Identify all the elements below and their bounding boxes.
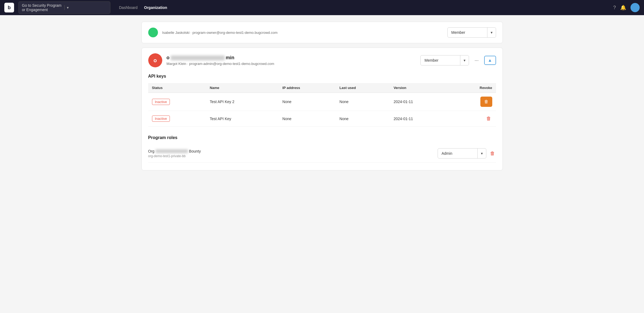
col-status: Status — [148, 83, 206, 93]
api-keys-title: API keys — [148, 74, 496, 79]
expanded-section: API keys Status Name IP address Last use… — [148, 67, 496, 165]
row2-version: 2024-01-11 — [390, 111, 451, 127]
row2-status: Inactive — [148, 111, 206, 127]
user-avatar[interactable] — [630, 3, 640, 12]
prev-user-name: Isabelle Jaskolski — [162, 31, 190, 35]
main-content: Isabelle Jaskolski · program-owner@org-d… — [133, 15, 511, 181]
chevron-down-icon: ▾ — [67, 5, 107, 10]
col-name: Name — [206, 83, 279, 93]
prev-role-dropdown[interactable]: Member ▾ — [447, 27, 496, 38]
program-role-info: Org Bounty org-demo-test1-private-bb — [148, 149, 438, 158]
role-name-prefix: Org — [148, 149, 154, 153]
program-role-delete-button[interactable]: 🗑 — [489, 150, 496, 157]
navbar-right: ? 🔔 — [613, 3, 640, 12]
user-name-prefix: o — [167, 55, 170, 61]
row2-last-used: None — [336, 111, 390, 127]
row1-status: Inactive — [148, 93, 206, 111]
row1-name: Test API Key 2 — [206, 93, 279, 111]
program-roles-title: Program roles — [148, 135, 496, 140]
prev-user-actions: Member ▾ — [447, 27, 496, 38]
api-table-header-row: Status Name IP address Last used Version… — [148, 83, 496, 93]
table-row: Inactive Test API Key None None 2024-01-… — [148, 111, 496, 127]
nav-organization[interactable]: Organization — [144, 5, 167, 10]
chevron-down-icon[interactable]: ▾ — [460, 56, 469, 65]
trash-icon: 🗑 — [486, 116, 491, 121]
revoke-button[interactable]: 🗑 — [485, 115, 492, 123]
user-card-header: o o min Margot Klein · program-admin@org… — [148, 53, 496, 67]
help-icon[interactable]: ? — [613, 5, 616, 11]
admin-role-label: Admin — [438, 149, 477, 158]
prev-role-label: Member — [448, 28, 487, 37]
user-card: o o min Margot Klein · program-admin@org… — [141, 48, 503, 170]
admin-role-dropdown[interactable]: Admin ▾ — [438, 148, 486, 159]
logo[interactable]: b — [4, 3, 14, 12]
trash-icon: 🗑 — [490, 151, 495, 156]
col-last-used: Last used — [336, 83, 390, 93]
prev-user-info: Isabelle Jaskolski · program-owner@org-d… — [162, 31, 443, 35]
row1-last-used: None — [336, 93, 390, 111]
user-name: o min — [167, 55, 416, 61]
security-program-dropdown[interactable]: Go to Security Program or Engagement ▾ — [18, 1, 110, 14]
prev-user-separator: · — [190, 31, 192, 35]
program-role-name: Org Bounty — [148, 149, 438, 153]
row2-revoke: 🗑 — [451, 111, 496, 127]
revoke-highlighted-button[interactable]: 🗑 — [480, 97, 492, 107]
user-name-blur — [171, 55, 225, 60]
user-email: Margot Klein · program-admin@org-demo-te… — [167, 62, 416, 66]
status-badge-inactive: Inactive — [152, 99, 170, 105]
row1-revoke: 🗑 — [451, 93, 496, 111]
navbar: b Go to Security Program or Engagement ▾… — [0, 0, 644, 15]
dropdown-label: Go to Security Program or Engagement — [22, 3, 62, 12]
api-table-body: Inactive Test API Key 2 None None 2024-0… — [148, 93, 496, 127]
role-name-suffix: Bounty — [189, 149, 201, 153]
api-table-header: Status Name IP address Last used Version… — [148, 83, 496, 93]
more-options-button[interactable]: ··· — [472, 57, 481, 64]
collapse-button[interactable]: ▲ — [484, 56, 496, 65]
program-role-actions: Admin ▾ 🗑 — [438, 148, 496, 159]
user-avatar-img: o — [148, 53, 162, 67]
user-avatar-container: o — [148, 53, 162, 67]
navbar-nav: Dashboard Organization — [119, 5, 167, 10]
role-dropdown[interactable]: Member ▾ — [420, 55, 469, 65]
col-revoke: Revoke — [451, 83, 496, 93]
row1-ip: None — [279, 93, 336, 111]
api-keys-table: Status Name IP address Last used Version… — [148, 83, 496, 127]
col-version: Version — [390, 83, 451, 93]
role-label: Member — [421, 56, 460, 65]
prev-user-header: Isabelle Jaskolski · program-owner@org-d… — [148, 27, 496, 38]
status-badge-inactive-2: Inactive — [152, 116, 170, 122]
prev-user-name-email: Isabelle Jaskolski · program-owner@org-d… — [162, 31, 443, 35]
admin-chevron-down-icon[interactable]: ▾ — [478, 149, 486, 158]
table-row: Inactive Test API Key 2 None None 2024-0… — [148, 93, 496, 111]
user-name-suffix: min — [226, 55, 235, 61]
user-sub-name: Margot Klein — [167, 62, 186, 66]
bell-icon[interactable]: 🔔 — [620, 5, 626, 11]
user-email-address: program-admin@org-demo-test1-demo.bugcro… — [189, 62, 274, 66]
row2-ip: None — [279, 111, 336, 127]
dropdown-divider — [64, 5, 65, 10]
row1-version: 2024-01-11 — [390, 93, 451, 111]
prev-user-email: program-owner@org-demo-test1-demo.bugcro… — [193, 31, 278, 35]
program-role-item: Org Bounty org-demo-test1-private-bb Adm… — [148, 144, 496, 163]
prev-user-avatar-img — [148, 28, 158, 37]
prev-drop-btn[interactable]: ▾ — [487, 28, 496, 37]
role-name-blur — [156, 149, 188, 153]
prev-user-card: Isabelle Jaskolski · program-owner@org-d… — [141, 22, 503, 43]
col-ip: IP address — [279, 83, 336, 93]
user-info: o min Margot Klein · program-admin@org-d… — [167, 55, 416, 66]
user-card-actions: Member ▾ ··· ▲ — [420, 55, 496, 65]
nav-dashboard[interactable]: Dashboard — [119, 5, 138, 10]
program-roles-section: Program roles Org Bounty org-demo-test1-… — [148, 135, 496, 163]
row2-name: Test API Key — [206, 111, 279, 127]
logo-text: b — [8, 5, 11, 11]
trash-icon: 🗑 — [484, 99, 488, 104]
program-role-sub: org-demo-test1-private-bb — [148, 154, 438, 158]
